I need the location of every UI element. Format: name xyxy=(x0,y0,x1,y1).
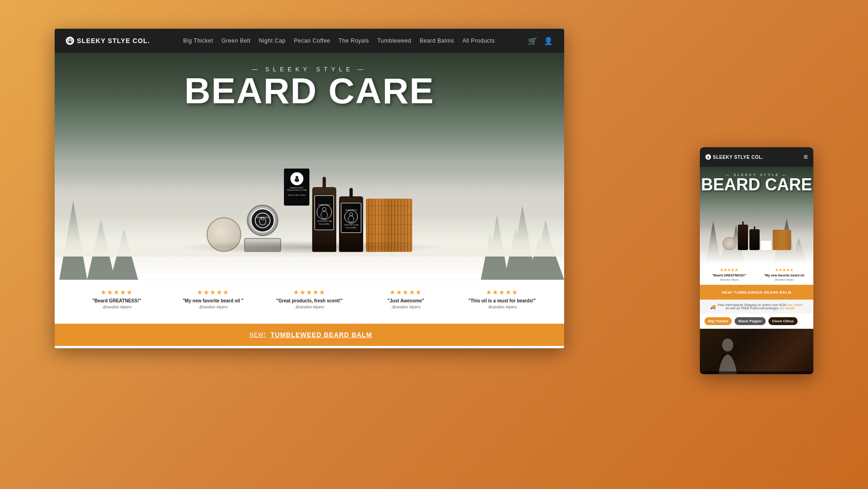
review-stars-2: ★★★★★ xyxy=(165,288,261,296)
review-quote-2: "My new favorite beard oil " xyxy=(165,298,261,304)
nav-link-the-royals[interactable]: The Royals xyxy=(339,38,369,44)
shipping-truck-icon: 🚚 xyxy=(710,304,716,309)
mobile-tag-big-thicket[interactable]: Big Thicket xyxy=(704,317,732,325)
mobile-product-tin-small xyxy=(723,237,736,250)
mobile-hero: — SLEEKY STYLE — BEARD CARE xyxy=(700,167,813,264)
hero-title: BEARD CARE xyxy=(184,75,434,107)
svg-text:Grow Like A Man: Grow Like A Man xyxy=(346,227,357,229)
review-stars-4: ★★★★★ xyxy=(358,288,454,296)
svg-text:COLLECTIVE LLC USA: COLLECTIVE LLC USA xyxy=(317,220,332,222)
svg-point-24 xyxy=(317,205,332,219)
review-item-3: ★★★★★ "Great products, fresh scent!" -Br… xyxy=(261,288,358,309)
cart-icon[interactable]: 🛒 xyxy=(528,37,537,45)
desktop-cta-banner[interactable]: NEW! TUMBLEWEED BEARD BALM xyxy=(55,324,564,346)
mobile-product-tags: Big Thicket Black Pepper Clove Citrus xyxy=(700,313,813,329)
mobile-review-item-1: ★★★★★ "Beard GREATNESS!" -Brandon Myers xyxy=(704,268,754,281)
cta-new-label: NEW! xyxy=(250,332,266,338)
mobile-products-display xyxy=(723,225,791,250)
mobile-product-card-small xyxy=(761,241,771,250)
svg-point-36 xyxy=(707,157,709,158)
mobile-product-bottle2-small xyxy=(749,229,760,250)
svg-point-17 xyxy=(255,213,270,228)
mobile-exchange-details-link[interactable]: see details xyxy=(780,307,795,310)
mobile-review-quote-1: "Beard GREATNESS!" xyxy=(704,273,754,277)
svg-text:Grow Like A Man: Grow Like A Man xyxy=(319,223,330,225)
svg-point-26 xyxy=(322,207,326,211)
review-author-3: -Brandon Myers xyxy=(261,305,358,309)
cta-link-text[interactable]: TUMBLEWEED BEARD BALM xyxy=(270,331,372,339)
hero-products-display: SLEEKY STYLE COLLECTIVE LLC USA xyxy=(147,159,472,252)
desktop-browser-window: SLEEKY STLYE COL. Big Thicket Green Belt… xyxy=(55,29,564,348)
desktop-reviews-section: ★★★★★ "Beard GREATNESS!" -Brandon Myers … xyxy=(55,280,564,324)
mobile-cta-text: NEW! TUMBLEWEED BEARD BALM xyxy=(722,290,792,295)
svg-text:COLLECTIVE LLC USA: COLLECTIVE LLC USA xyxy=(257,224,269,226)
mobile-logo[interactable]: SLEEKY STLYE COL. xyxy=(705,154,763,160)
product-card: SLEEKY STYLECOLLECTIVE LLC USA Grow Like… xyxy=(284,169,309,206)
nav-link-night-cap[interactable]: Night Cap xyxy=(259,38,286,44)
mobile-product-bottle-small xyxy=(738,225,748,250)
mobile-review-author-1: -Brandon Myers xyxy=(704,278,754,281)
mobile-product-label[interactable]: All Natural Beard Oil xyxy=(700,371,813,374)
svg-point-2 xyxy=(69,39,71,41)
svg-point-31 xyxy=(348,216,354,222)
product-tin-top: SLEEKY STYLE COLLECTIVE LLC USA xyxy=(247,205,278,236)
nav-link-tumbleweed[interactable]: Tumbleweed xyxy=(377,38,411,44)
review-quote-3: "Great products, fresh scent!" xyxy=(261,298,358,304)
svg-point-30 xyxy=(345,210,358,223)
review-item-1: ★★★★★ "Beard GREATNESS!" -Brandon Myers xyxy=(69,288,165,309)
review-author-5: -Brandon Myers xyxy=(454,305,550,309)
user-icon[interactable]: 👤 xyxy=(544,37,553,45)
mobile-review-stars-2: ★★★★★ xyxy=(760,268,809,272)
svg-point-45 xyxy=(722,339,733,351)
hamburger-menu-icon[interactable]: ≡ xyxy=(804,153,808,161)
mobile-browser-window: SLEEKY STLYE COL. ≡ — SLEEKY STYLE — BEA… xyxy=(700,147,813,374)
review-stars-5: ★★★★★ xyxy=(454,288,550,296)
review-author-4: -Brandon Myers xyxy=(358,305,454,309)
mobile-navbar: SLEEKY STLYE COL. ≡ xyxy=(700,147,813,167)
nav-link-green-belt[interactable]: Green Belt xyxy=(221,38,250,44)
hero-products-shadow xyxy=(175,240,444,254)
mobile-product-card-section: All Natural Beard Oil xyxy=(700,329,813,374)
mobile-review-item-2: ★★★★★ "My new favorite beard oil -Brando… xyxy=(760,268,809,281)
review-quote-5: "This oil is a must for beards!" xyxy=(454,298,550,304)
mobile-tag-black-pepper[interactable]: Black Pepper xyxy=(735,317,766,325)
review-item-2: ★★★★★ "My new favorite beard oil " -Bran… xyxy=(165,288,261,309)
nav-link-big-thicket[interactable]: Big Thicket xyxy=(183,38,214,44)
svg-point-23 xyxy=(296,176,298,179)
review-quote-4: "Just Awesome" xyxy=(358,298,454,304)
mobile-shipping-text: Free International Shipping on orders ov… xyxy=(717,303,803,310)
review-quote-1: "Beard GREATNESS!" xyxy=(69,298,165,304)
mobile-cta-banner[interactable]: NEW! TUMBLEWEED BEARD BALM xyxy=(700,285,813,300)
review-author-1: -Brandon Myers xyxy=(69,305,165,309)
review-item-5: ★★★★★ "This oil is a must for beards!" -… xyxy=(454,288,550,309)
desktop-navbar: SLEEKY STLYE COL. Big Thicket Green Belt… xyxy=(55,29,564,53)
mobile-logo-icon xyxy=(705,154,711,160)
logo-icon xyxy=(66,37,74,45)
desktop-logo[interactable]: SLEEKY STLYE COL. xyxy=(66,37,150,45)
desktop-hero: SLEEKY STYLE BEARD CARE SLEEKY STYLE COL… xyxy=(55,53,564,280)
mobile-person-silhouette xyxy=(714,338,742,374)
mobile-review-stars-1: ★★★★★ xyxy=(704,268,754,272)
mobile-shipping-details-link[interactable]: see details xyxy=(787,303,803,307)
mobile-shipping-info: 🚚 Free International Shipping on orders … xyxy=(700,300,813,313)
mobile-tag-clove-citrus[interactable]: Clove Citrus xyxy=(768,317,798,325)
mobile-hero-title: BEARD CARE xyxy=(701,177,812,192)
mobile-logo-text: SLEEKY STLYE COL. xyxy=(713,155,763,160)
mobile-product-comb-small xyxy=(773,230,791,250)
mobile-review-quote-2: "My new favorite beard oil xyxy=(760,273,809,277)
svg-point-22 xyxy=(295,178,299,182)
review-stars-1: ★★★★★ xyxy=(69,288,165,296)
svg-point-25 xyxy=(321,211,327,219)
logo-text: SLEEKY STLYE COL. xyxy=(77,37,150,44)
mobile-reviews-section: ★★★★★ "Beard GREATNESS!" -Brandon Myers … xyxy=(700,264,813,285)
mobile-review-author-2: -Brandon Myers xyxy=(760,278,809,281)
svg-point-1 xyxy=(69,41,71,43)
nav-link-all-products[interactable]: All Products xyxy=(462,38,495,44)
review-stars-3: ★★★★★ xyxy=(261,288,358,296)
review-author-2: -Brandon Myers xyxy=(165,305,261,309)
desktop-nav-icons: 🛒 👤 xyxy=(528,37,553,45)
nav-link-beard-balms[interactable]: Beard Balms xyxy=(420,38,454,44)
svg-point-37 xyxy=(708,156,709,157)
nav-link-pecan-coffee[interactable]: Pecan Coffee xyxy=(294,38,331,44)
review-item-4: ★★★★★ "Just Awesome" -Brandon Myers xyxy=(358,288,454,309)
